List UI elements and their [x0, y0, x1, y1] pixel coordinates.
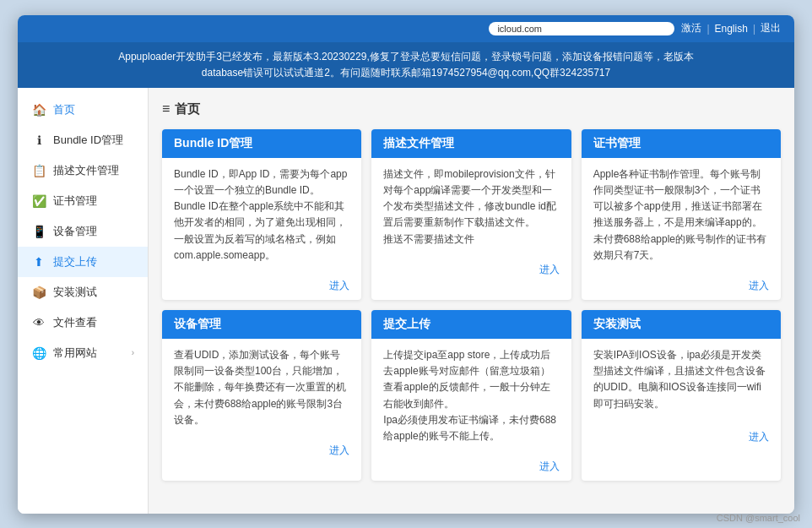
nav-links: 激活 | English | 退出 [681, 21, 781, 35]
card-body-submit-upload: 上传提交ipa至app store，上传成功后去apple账号对应邮件（留意垃圾… [371, 339, 571, 453]
card-submit-upload: 提交上传上传提交ipa至app store，上传成功后去apple账号对应邮件（… [371, 310, 571, 481]
divider2: | [753, 23, 755, 35]
card-link-cert-mgmt[interactable]: 进入 [749, 280, 769, 291]
card-header-bundle-id: Bundle ID管理 [162, 129, 361, 158]
logout-link[interactable]: 退出 [761, 21, 781, 35]
sidebar-label-upload: 提交上传 [53, 254, 97, 269]
sidebar-item-device[interactable]: 📱设备管理 [18, 216, 148, 247]
content-area: 首页 Bundle ID管理Bundle ID，即App ID，需要为每个app… [149, 88, 794, 514]
url-bar[interactable]: icloud.com [489, 22, 674, 35]
file-view-icon: 👁 [31, 316, 46, 329]
card-header-install-test: 安装测试 [582, 310, 781, 339]
page-title: 首页 [162, 101, 781, 117]
card-footer-bundle-id: 进入 [162, 272, 361, 300]
sidebar-item-install-test[interactable]: 📦安装测试 [18, 277, 148, 308]
common-site-icon: 🌐 [31, 346, 46, 360]
install-test-icon: 📦 [31, 286, 46, 299]
card-header-profile-mgmt: 描述文件管理 [371, 129, 571, 158]
card-device-mgmt: 设备管理查看UDID，添加测试设备，每个账号限制同一设备类型100台，只能增加，… [162, 310, 361, 481]
sidebar-item-cert[interactable]: ✅证书管理 [18, 186, 148, 216]
card-body-profile-mgmt: 描述文件，即mobileprovision文件，针对每个app编译需要一个开发类… [371, 158, 571, 256]
card-cert-mgmt: 证书管理Apple各种证书制作管理。每个账号制作同类型证书一般限制3个，一个证书… [582, 129, 781, 300]
sidebar-item-profile[interactable]: 📋描述文件管理 [18, 155, 148, 186]
sidebar-label-common-site: 常用网站 [53, 346, 97, 361]
url-text: icloud.com [497, 24, 542, 34]
sidebar-label-file-view: 文件查看 [53, 315, 97, 330]
card-header-submit-upload: 提交上传 [371, 310, 571, 339]
card-footer-submit-upload: 进入 [371, 453, 571, 481]
top-bar: icloud.com 激活 | English | 退出 [18, 15, 794, 42]
card-footer-install-test: 进入 [582, 423, 781, 451]
upload-icon: ⬆ [31, 255, 46, 269]
card-bundle-id: Bundle ID管理Bundle ID，即App ID，需要为每个app一个设… [162, 129, 361, 300]
card-grid: Bundle ID管理Bundle ID，即App ID，需要为每个app一个设… [162, 129, 781, 481]
main-area: 🏠首页ℹBundle ID管理📋描述文件管理✅证书管理📱设备管理⬆提交上传📦安装… [18, 88, 794, 514]
card-link-profile-mgmt[interactable]: 进入 [539, 264, 560, 275]
sidebar-label-bundle-id: Bundle ID管理 [53, 133, 123, 148]
notice-line2: database错误可以试试通道2。有问题随时联系邮箱1974527954@qq… [35, 65, 777, 81]
card-link-install-test[interactable]: 进入 [749, 431, 769, 443]
sidebar-label-install-test: 安装测试 [53, 285, 97, 300]
watermark: CSDN @smart_cool [717, 513, 794, 514]
divider1: | [706, 23, 709, 35]
sidebar: 🏠首页ℹBundle ID管理📋描述文件管理✅证书管理📱设备管理⬆提交上传📦安装… [18, 88, 149, 514]
card-footer-profile-mgmt: 进入 [371, 256, 571, 284]
card-link-bundle-id[interactable]: 进入 [329, 280, 349, 291]
card-link-submit-upload[interactable]: 进入 [539, 460, 560, 472]
card-profile-mgmt: 描述文件管理描述文件，即mobileprovision文件，针对每个app编译需… [371, 129, 571, 300]
sidebar-item-home[interactable]: 🏠首页 [18, 95, 148, 125]
card-body-device-mgmt: 查看UDID，添加测试设备，每个账号限制同一设备类型100台，只能增加，不能删除… [162, 339, 361, 437]
notice-bar: Appuploader开发助手3已经发布，最新版本3.20230229,修复了登… [18, 42, 794, 88]
card-body-bundle-id: Bundle ID，即App ID，需要为每个app一个设置一个独立的Bundl… [162, 158, 361, 272]
sidebar-item-bundle-id[interactable]: ℹBundle ID管理 [18, 125, 148, 155]
card-footer-cert-mgmt: 进入 [582, 272, 781, 300]
common-site-arrow-icon: › [132, 348, 134, 357]
notice-line1: Appuploader开发助手3已经发布，最新版本3.20230229,修复了登… [35, 49, 777, 65]
card-header-device-mgmt: 设备管理 [162, 310, 361, 339]
card-footer-device-mgmt: 进入 [162, 437, 361, 465]
sidebar-label-home: 首页 [53, 102, 75, 117]
cert-icon: ✅ [31, 194, 46, 208]
sidebar-item-common-site[interactable]: 🌐常用网站› [18, 338, 148, 368]
sidebar-label-device: 设备管理 [53, 224, 97, 239]
home-icon: 🏠 [31, 103, 46, 117]
card-body-install-test: 安装IPA到IOS设备，ipa必须是开发类型描述文件编译，且描述文件包含设备的U… [582, 339, 781, 423]
activate-link[interactable]: 激活 [681, 21, 701, 35]
card-body-cert-mgmt: Apple各种证书制作管理。每个账号制作同类型证书一般限制3个，一个证书可以被多… [582, 158, 781, 272]
profile-icon: 📋 [31, 164, 46, 177]
app-window: icloud.com 激活 | English | 退出 Appuploader… [18, 15, 794, 514]
card-install-test: 安装测试安装IPA到IOS设备，ipa必须是开发类型描述文件编译，且描述文件包含… [582, 310, 781, 481]
sidebar-item-upload[interactable]: ⬆提交上传 [18, 247, 148, 277]
card-header-cert-mgmt: 证书管理 [582, 129, 781, 158]
sidebar-label-profile: 描述文件管理 [53, 163, 119, 178]
bundle-id-icon: ℹ [31, 133, 46, 147]
device-icon: 📱 [31, 225, 46, 238]
sidebar-label-cert: 证书管理 [53, 193, 97, 209]
card-link-device-mgmt[interactable]: 进入 [329, 444, 349, 456]
sidebar-item-file-view[interactable]: 👁文件查看 [18, 308, 148, 338]
english-link[interactable]: English [715, 23, 748, 35]
